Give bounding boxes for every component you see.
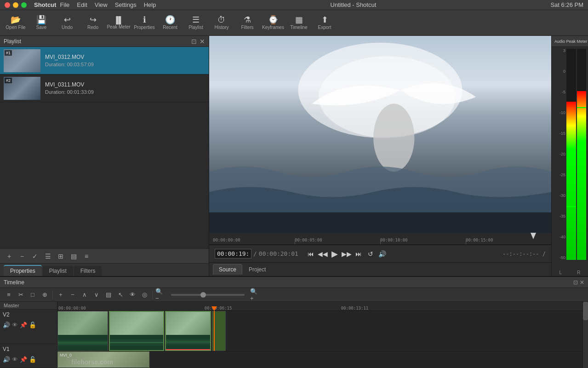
video-scrubber[interactable]: 00:00:00:00 00:00:05:00 00:00:10:00 00:0…: [209, 233, 551, 245]
status-bar-right: Sat 6:26 PM: [550, 1, 583, 8]
filters-button[interactable]: ⚗ Filters: [235, 12, 259, 34]
minimize-button[interactable]: [13, 2, 18, 8]
next-frame-button[interactable]: ▶▶: [342, 249, 352, 259]
track-lock-icon-v1[interactable]: 🔓: [29, 356, 36, 363]
playlist-float-button[interactable]: ⊡: [191, 38, 197, 45]
timeline-float-button[interactable]: ⊡: [573, 279, 578, 286]
menu-file[interactable]: File: [60, 1, 69, 8]
tl-zoom-in-button[interactable]: 🔍+: [250, 290, 260, 300]
tl-group-button[interactable]: □: [28, 290, 38, 300]
open-file-button[interactable]: 📂 Open File: [4, 12, 28, 34]
tl-remove-track-button[interactable]: −: [68, 290, 78, 300]
playlist-close-button[interactable]: ✕: [200, 38, 205, 45]
track-lock-icon-v2[interactable]: 🔓: [29, 322, 36, 328]
tl-ruler: 00:00:00:00 00:00:06:15 00:00:13:11: [57, 302, 582, 311]
playlist-grid-button[interactable]: ⊞: [55, 251, 66, 262]
playlist-name-1: MVI_0312.MOV: [45, 54, 94, 60]
track-pin-icon-v1[interactable]: 📌: [20, 356, 27, 363]
tab-filters[interactable]: Filters: [74, 266, 102, 276]
menu-view[interactable]: View: [95, 1, 108, 8]
prev-frame-button[interactable]: ◀◀: [318, 249, 328, 259]
tl-clip-v2-3[interactable]: [165, 311, 211, 351]
tl-up-button[interactable]: ∧: [80, 290, 90, 300]
menu-settings[interactable]: Settings: [115, 1, 137, 8]
tl-ungroup-button[interactable]: ⊕: [40, 290, 50, 300]
playlist-label: Playlist: [188, 25, 203, 30]
source-tab-source[interactable]: Source: [213, 264, 242, 275]
current-time-input[interactable]: [215, 249, 251, 259]
playlist-detail-button[interactable]: ▤: [68, 251, 79, 262]
playlist-check-button[interactable]: ✓: [29, 251, 40, 262]
export-button[interactable]: ⬆ Export: [313, 12, 337, 34]
apm-right-peak: [577, 107, 587, 108]
keyframes-button[interactable]: ⌚ Keyframes: [261, 12, 285, 34]
undo-button[interactable]: ↩ Undo: [55, 12, 79, 34]
source-tabs-bar: Source Project: [209, 262, 551, 276]
play-button[interactable]: ▶: [330, 249, 340, 259]
track-audio-icon-v1[interactable]: 🔊: [3, 356, 10, 363]
save-button[interactable]: 💾 Save: [29, 12, 53, 34]
history-label: History: [214, 25, 228, 30]
tab-properties[interactable]: Properties: [4, 265, 42, 276]
filters-label: Filters: [241, 25, 253, 30]
playlist-list-button[interactable]: ☰: [42, 251, 53, 262]
tl-snap-button[interactable]: ↖: [115, 290, 126, 300]
tl-add-track-button[interactable]: +: [56, 290, 66, 300]
tl-cut-button[interactable]: ✂: [16, 290, 26, 300]
tl-down-button[interactable]: ∨: [91, 290, 102, 300]
keyframes-icon: ⌚: [268, 16, 278, 24]
peak-meter-button[interactable]: ▐▌ Peak Meter: [107, 12, 131, 34]
tl-menu-button[interactable]: ≡: [4, 290, 14, 300]
redo-button[interactable]: ↪ Redo: [81, 12, 105, 34]
timeline-close-button[interactable]: ✕: [580, 279, 584, 286]
menu-edit[interactable]: Edit: [77, 1, 87, 8]
save-label: Save: [36, 25, 47, 30]
tl-ripple-button[interactable]: 👁: [127, 290, 137, 300]
tl-zoom-out-button[interactable]: 🔍−: [155, 290, 166, 300]
tl-fill-button[interactable]: ▤: [103, 290, 114, 300]
playlist-item[interactable]: #2 MVI_0311.MOV Duration: 00:01:33:09: [0, 75, 209, 102]
timeline-button[interactable]: ▦ Timeline: [287, 12, 311, 34]
playlist-header: Playlist ⊡ ✕: [0, 36, 209, 47]
ruler-mark-0: 00:00:00:00: [58, 306, 86, 310]
clip-thumb-img-v2-2: [110, 312, 163, 335]
playlist-button[interactable]: ☰ Playlist: [184, 12, 208, 34]
tl-zoom-handle[interactable]: [200, 292, 206, 298]
playlist-sort-button[interactable]: ≡: [81, 251, 92, 262]
clock: Sat 6:26 PM: [550, 1, 583, 8]
timeline-scrollbar-thumb[interactable]: [583, 302, 588, 320]
tl-record-button[interactable]: ◎: [139, 290, 149, 300]
playlist-add-button[interactable]: +: [4, 251, 15, 262]
tl-clip-v2-2[interactable]: MVI_0312: [109, 311, 164, 351]
track-pin-icon-v2[interactable]: 📌: [20, 322, 27, 328]
go-to-end-button[interactable]: ⏭: [354, 249, 364, 259]
volume-button[interactable]: 🔊: [377, 249, 388, 259]
playlist-bottom-toolbar: + − ✓ ☰ ⊞ ▤ ≡: [0, 248, 209, 263]
playlist-remove-button[interactable]: −: [17, 251, 28, 262]
center-panel: 00:00:00:00 00:00:05:00 00:00:10:00 00:0…: [209, 36, 551, 276]
tl-separator-2: [152, 290, 153, 299]
playlist-item-num-2: #2: [5, 78, 12, 83]
properties-button[interactable]: ℹ Properties: [132, 12, 156, 34]
loop-button[interactable]: ↺: [365, 249, 376, 259]
close-button[interactable]: [5, 2, 10, 8]
go-to-start-button[interactable]: ⏮: [306, 249, 316, 259]
apm-scale: 3 0 -5 -10 -15 -20 -25 -30 -35 -40 -50: [553, 49, 565, 260]
tl-clip-v1-1[interactable]: MVI_0: [57, 351, 149, 368]
tab-playlist[interactable]: Playlist: [43, 266, 73, 276]
track-eye-icon-v1[interactable]: 👁: [12, 356, 18, 363]
apm-label-20: -20: [553, 152, 565, 156]
apm-right-channel: [577, 49, 587, 260]
track-eye-icon-v2[interactable]: 👁: [12, 322, 18, 328]
source-tab-project[interactable]: Project: [243, 264, 271, 275]
recent-button[interactable]: 🕐 Recent: [158, 12, 182, 34]
menu-help[interactable]: Help: [144, 1, 156, 8]
timeline-vertical-scrollbar[interactable]: [582, 302, 588, 368]
tl-clip-v2-1[interactable]: [57, 311, 108, 351]
playlist-item[interactable]: #1 MVI_0312.MOV Duration: 00:03:57:09: [0, 47, 209, 75]
maximize-button[interactable]: [21, 2, 27, 8]
total-time-display: 00:00:20:01: [259, 250, 298, 257]
history-button[interactable]: ⏱ History: [210, 12, 234, 34]
tl-zoom-slider[interactable]: [171, 294, 245, 296]
track-audio-icon-v2[interactable]: 🔊: [3, 322, 10, 328]
